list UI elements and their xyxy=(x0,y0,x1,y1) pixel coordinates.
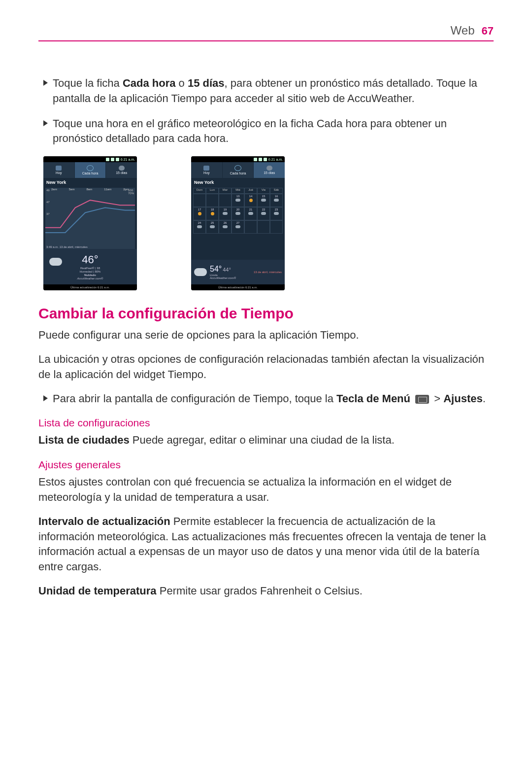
date: 21 xyxy=(249,208,253,211)
tab-cada-hora: Cada hora xyxy=(75,162,106,178)
weather-icon xyxy=(261,212,266,215)
big-temp: 46° xyxy=(82,253,98,266)
cal-cell: 24 xyxy=(193,220,206,234)
bullet-item: Toque la ficha Cada hora o 15 días, para… xyxy=(43,76,494,106)
date: 23 xyxy=(275,208,278,211)
page-header: Web 67 xyxy=(38,24,494,41)
line-graph-svg xyxy=(45,193,135,238)
text: o xyxy=(175,77,187,89)
dow: Mar xyxy=(219,188,232,194)
status-icon xyxy=(264,158,267,161)
tab-row: Hoy Cada hora 15 días xyxy=(191,162,285,178)
text-bold: Ajustes xyxy=(443,392,482,405)
text-bold: Tecla de Menú xyxy=(336,392,410,405)
weather-icon xyxy=(235,212,240,215)
triangle-icon xyxy=(43,80,48,86)
date: 18 xyxy=(211,208,214,211)
cal-cell: 17 xyxy=(193,207,206,220)
y-label: 47 xyxy=(46,201,50,204)
dow: Vie xyxy=(257,188,270,194)
paragraph: Lista de ciudades Puede agregar, editar … xyxy=(38,433,494,448)
status-icon xyxy=(254,158,257,161)
intro-bullets: Toque la ficha Cada hora o 15 días, para… xyxy=(43,76,494,146)
clock-icon xyxy=(234,165,241,171)
calendar-icon xyxy=(56,166,62,171)
date-label: 13 de abril, miércoles xyxy=(254,271,282,274)
tab-label: 15 días xyxy=(116,171,127,174)
screenshot-hourly: 6:21 a.m. Hoy Cada hora 15 días New York… xyxy=(43,156,137,290)
text-bold: Cada hora xyxy=(123,77,176,89)
text-bold: 15 días xyxy=(188,77,225,89)
y-label: 37 xyxy=(46,212,50,215)
cal-cell: 22 xyxy=(257,207,270,220)
cal-cell: 25 xyxy=(206,220,219,234)
cal-cell: 18 xyxy=(206,207,219,220)
bottom-panel: 46° RealFeel® | 38 Humedad | 80% Nublado… xyxy=(43,249,137,284)
tab-label: 15 días xyxy=(264,171,275,174)
manual-page: Web 67 Toque la ficha Cada hora o 15 día… xyxy=(0,0,532,765)
tab-hoy: Hoy xyxy=(191,162,223,178)
cloud-icon xyxy=(266,166,272,171)
cal-cell: 21 xyxy=(244,207,257,220)
status-icon xyxy=(106,158,109,161)
date: 19 xyxy=(224,208,227,211)
cal-cell: 27 xyxy=(232,220,244,234)
status-bar: 6:21 a.m. xyxy=(43,156,137,162)
cal-cell: 16 xyxy=(270,194,283,207)
date: 24 xyxy=(198,221,201,224)
weather-icon xyxy=(248,212,253,215)
brand: AccuWeather.com® xyxy=(210,277,236,279)
paragraph: Estos ajustes controlan con qué frecuenc… xyxy=(38,475,494,505)
screenshot-row: 6:21 a.m. Hoy Cada hora 15 días New York… xyxy=(43,156,494,290)
cal-cell xyxy=(270,220,283,234)
subsection-heading: Ajustes generales xyxy=(38,459,494,471)
bullet-text: Para abrir la pantalla de configuración … xyxy=(53,391,486,407)
x-label: 8am xyxy=(86,188,92,191)
calendar-row: 13 14 15 16 xyxy=(193,194,283,207)
status-time: 6:21 a.m. xyxy=(121,158,135,161)
text xyxy=(410,392,413,405)
chart-timestamp: 3:49 a.m. 13 de abril, miércoles xyxy=(46,245,88,248)
date: 13 xyxy=(236,195,240,198)
tab-label: Cada hora xyxy=(230,172,246,175)
status-icon xyxy=(116,158,119,161)
tab-15-dias: 15 días xyxy=(106,162,137,178)
cal-cell: 13 xyxy=(232,194,244,207)
tab-label: Cada hora xyxy=(82,172,99,175)
dow: Jué xyxy=(244,188,257,194)
date: 22 xyxy=(262,208,266,211)
weather-icon xyxy=(235,225,240,228)
chart-x-labels: 2am 5am 8am 11am 2pm xyxy=(45,188,135,191)
dow: Mié xyxy=(232,188,244,194)
calendar-row: 24 25 26 27 xyxy=(193,220,283,234)
weather-icon xyxy=(223,225,228,228)
text: Puede agregar, editar o eliminar una ciu… xyxy=(130,434,395,446)
date: 25 xyxy=(211,221,214,224)
text-bold: Intervalo de actualización xyxy=(38,515,170,527)
weather-icon xyxy=(210,225,215,228)
text: > xyxy=(431,392,443,405)
menu-key-icon xyxy=(415,395,429,404)
tab-15-dias: 15 días xyxy=(254,162,285,178)
date: 17 xyxy=(198,208,201,211)
weather-icon xyxy=(223,212,228,215)
text: Toque la ficha xyxy=(53,77,123,89)
dow: Lun xyxy=(206,188,219,194)
calendar-header: Dom Lun Mar Mié Jué Vie Sáb xyxy=(193,188,283,194)
tab-label: Hoy xyxy=(203,171,209,174)
cal-cell: 23 xyxy=(270,207,283,220)
y-label: 70% xyxy=(128,192,134,195)
status-icon xyxy=(259,158,262,161)
calendar-grid: Dom Lun Mar Mié Jué Vie Sáb 13 14 15 16 xyxy=(191,187,285,260)
calendar-row: 17 18 19 20 21 22 23 xyxy=(193,207,283,220)
hourly-chart: 2am 5am 8am 11am 2pm 100 70% 49 47 37 xyxy=(45,188,135,249)
bullet-item: Toque una hora en el gráfico meteorológi… xyxy=(43,116,494,147)
y-label: 49 xyxy=(46,189,50,192)
date: 26 xyxy=(224,221,227,224)
weather-icon xyxy=(198,212,201,215)
cal-cell: 26 xyxy=(219,220,232,234)
paragraph: Puede configurar una serie de opciones p… xyxy=(38,328,494,343)
brand: AccuWeather.com® xyxy=(77,277,103,280)
section-bullets: Para abrir la pantalla de configuración … xyxy=(43,391,494,407)
status-icon xyxy=(111,158,114,161)
